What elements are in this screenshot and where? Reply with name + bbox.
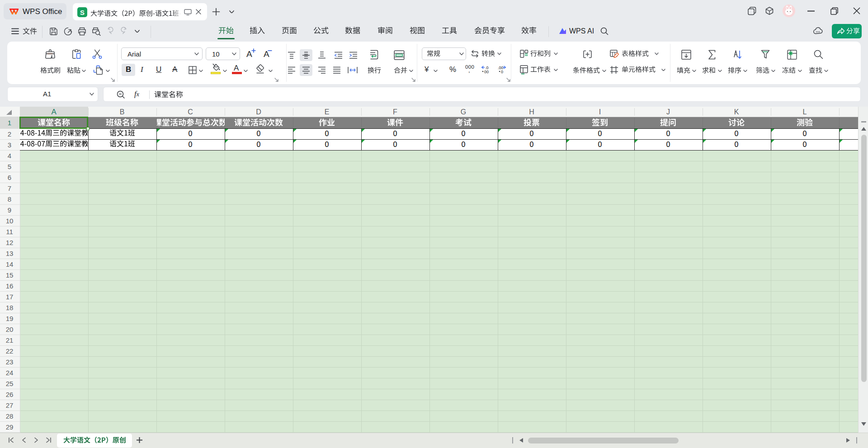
svg-text:00: 00 bbox=[484, 70, 489, 74]
svg-text:0: 0 bbox=[501, 70, 503, 74]
svg-text:,: , bbox=[468, 67, 470, 74]
